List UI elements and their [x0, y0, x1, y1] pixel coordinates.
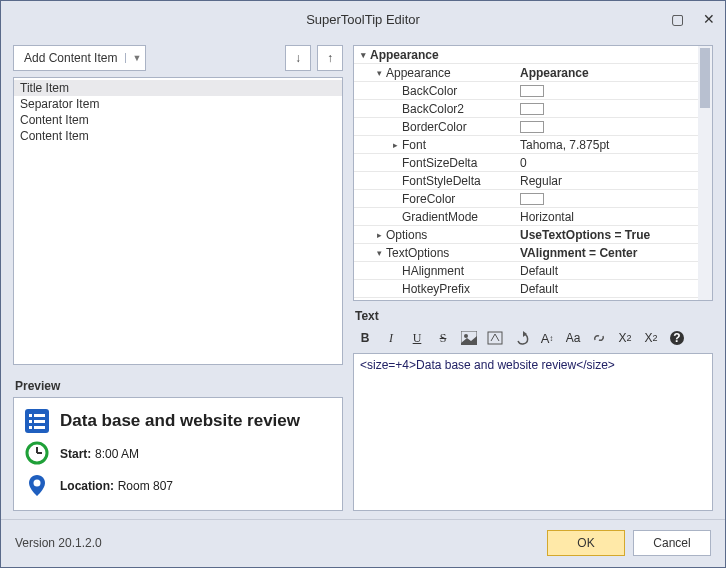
preview-title: Data base and website review: [60, 411, 300, 431]
add-content-item-button[interactable]: Add Content Item ▼: [13, 45, 146, 71]
property-row[interactable]: FontSizeDelta0: [354, 154, 712, 172]
font-size-icon[interactable]: A↕: [537, 329, 557, 347]
svg-point-12: [464, 334, 468, 338]
svg-rect-2: [34, 414, 45, 417]
chevron-down-icon[interactable]: ▾: [372, 248, 386, 258]
cancel-button[interactable]: Cancel: [633, 530, 711, 556]
preview-panel: Data base and website review Start: 8:00…: [13, 397, 343, 511]
maximize-icon[interactable]: ▢: [669, 11, 685, 27]
color-icon[interactable]: [485, 329, 505, 347]
location-pin-icon: [24, 472, 50, 498]
link-icon[interactable]: [589, 329, 609, 347]
chevron-down-icon[interactable]: ▾: [356, 50, 370, 60]
color-swatch[interactable]: [520, 85, 544, 97]
color-swatch[interactable]: [520, 193, 544, 205]
window-title: SuperToolTip Editor: [306, 12, 420, 27]
list-item[interactable]: Content Item: [14, 112, 342, 128]
content-items-list[interactable]: Title ItemSeparator ItemContent ItemCont…: [13, 77, 343, 365]
image-icon[interactable]: [459, 329, 479, 347]
list-item[interactable]: Content Item: [14, 128, 342, 144]
property-row[interactable]: BackColor2: [354, 100, 712, 118]
svg-rect-5: [29, 426, 32, 429]
superscript-icon[interactable]: X2: [641, 329, 661, 347]
chevron-down-icon[interactable]: ▼: [125, 53, 141, 63]
close-icon[interactable]: ✕: [701, 11, 717, 27]
help-icon[interactable]: ?: [667, 329, 687, 347]
italic-icon[interactable]: I: [381, 329, 401, 347]
list-item[interactable]: Separator Item: [14, 96, 342, 112]
move-down-button[interactable]: ↓: [285, 45, 311, 71]
underline-icon[interactable]: U: [407, 329, 427, 347]
ok-button[interactable]: OK: [547, 530, 625, 556]
text-label: Text: [355, 309, 713, 323]
svg-rect-6: [34, 426, 45, 429]
svg-rect-3: [29, 420, 32, 423]
list-icon: [24, 408, 50, 434]
color-swatch[interactable]: [520, 121, 544, 133]
property-row[interactable]: ▸FontTahoma, 7.875pt: [354, 136, 712, 154]
strikethrough-icon[interactable]: S: [433, 329, 453, 347]
clock-icon: [24, 440, 50, 466]
property-row[interactable]: ▾Appearance: [354, 46, 712, 64]
property-row[interactable]: TrimmingDefault: [354, 298, 712, 300]
scrollbar[interactable]: [698, 46, 712, 300]
property-row[interactable]: GradientModeHorizontal: [354, 208, 712, 226]
font-case-icon[interactable]: Aa: [563, 329, 583, 347]
svg-point-10: [34, 480, 41, 487]
add-content-item-label: Add Content Item: [24, 51, 117, 65]
undo-icon[interactable]: [511, 329, 531, 347]
preview-label: Preview: [15, 379, 343, 393]
property-row[interactable]: BackColor: [354, 82, 712, 100]
list-item[interactable]: Title Item: [14, 80, 342, 96]
property-row[interactable]: HAlignmentDefault: [354, 262, 712, 280]
property-row[interactable]: ▸OptionsUseTextOptions = True: [354, 226, 712, 244]
bold-icon[interactable]: B: [355, 329, 375, 347]
subscript-icon[interactable]: X2: [615, 329, 635, 347]
preview-start: Start: 8:00 AM: [60, 446, 139, 461]
version-label: Version 20.1.2.0: [15, 536, 102, 550]
property-row[interactable]: BorderColor: [354, 118, 712, 136]
text-input[interactable]: <size=+4>Data base and website review</s…: [353, 353, 713, 511]
chevron-right-icon[interactable]: ▸: [388, 140, 402, 150]
property-row[interactable]: ▾TextOptionsVAlignment = Center: [354, 244, 712, 262]
property-row[interactable]: ▾AppearanceAppearance: [354, 64, 712, 82]
svg-text:?: ?: [673, 331, 680, 345]
move-up-button[interactable]: ↑: [317, 45, 343, 71]
property-grid[interactable]: ▾Appearance▾AppearanceAppearanceBackColo…: [353, 45, 713, 301]
svg-rect-1: [29, 414, 32, 417]
property-row[interactable]: HotkeyPrefixDefault: [354, 280, 712, 298]
preview-location: Location: Room 807: [60, 478, 173, 493]
color-swatch[interactable]: [520, 103, 544, 115]
property-row[interactable]: ForeColor: [354, 190, 712, 208]
property-row[interactable]: FontStyleDeltaRegular: [354, 172, 712, 190]
svg-rect-4: [34, 420, 45, 423]
chevron-right-icon[interactable]: ▸: [372, 230, 386, 240]
rich-text-toolbar: B I U S A↕ Aa X2 X2 ?: [353, 327, 713, 353]
chevron-down-icon[interactable]: ▾: [372, 68, 386, 78]
